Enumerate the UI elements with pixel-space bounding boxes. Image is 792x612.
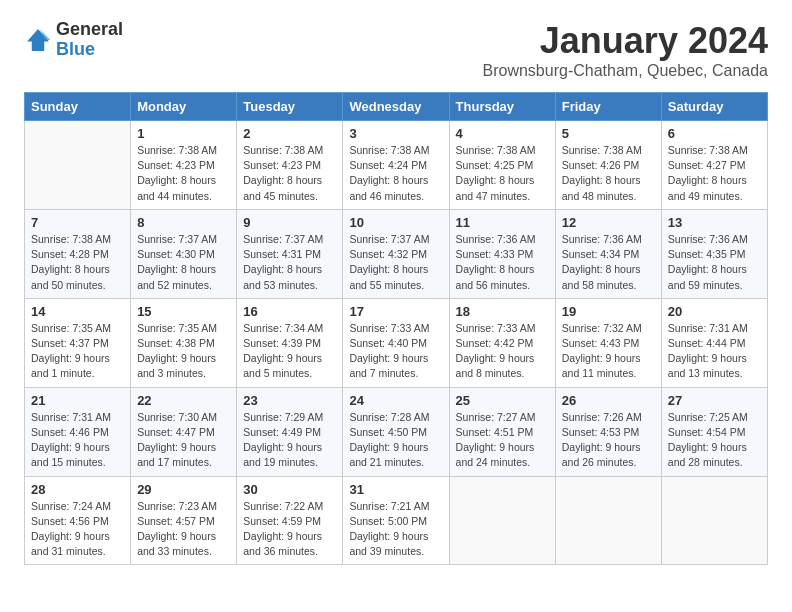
day-info: Sunrise: 7:32 AMSunset: 4:43 PMDaylight:… bbox=[562, 321, 655, 382]
location-title: Brownsburg-Chatham, Quebec, Canada bbox=[483, 62, 769, 80]
day-info: Sunrise: 7:37 AMSunset: 4:30 PMDaylight:… bbox=[137, 232, 230, 293]
calendar-cell: 1Sunrise: 7:38 AMSunset: 4:23 PMDaylight… bbox=[131, 121, 237, 210]
day-number: 12 bbox=[562, 215, 655, 230]
calendar-cell: 2Sunrise: 7:38 AMSunset: 4:23 PMDaylight… bbox=[237, 121, 343, 210]
day-number: 1 bbox=[137, 126, 230, 141]
day-number: 6 bbox=[668, 126, 761, 141]
day-number: 20 bbox=[668, 304, 761, 319]
day-info: Sunrise: 7:38 AMSunset: 4:26 PMDaylight:… bbox=[562, 143, 655, 204]
day-number: 7 bbox=[31, 215, 124, 230]
day-info: Sunrise: 7:34 AMSunset: 4:39 PMDaylight:… bbox=[243, 321, 336, 382]
day-number: 25 bbox=[456, 393, 549, 408]
weekday-header-sunday: Sunday bbox=[25, 93, 131, 121]
day-number: 23 bbox=[243, 393, 336, 408]
calendar-cell: 3Sunrise: 7:38 AMSunset: 4:24 PMDaylight… bbox=[343, 121, 449, 210]
day-info: Sunrise: 7:38 AMSunset: 4:27 PMDaylight:… bbox=[668, 143, 761, 204]
day-number: 19 bbox=[562, 304, 655, 319]
day-number: 31 bbox=[349, 482, 442, 497]
day-info: Sunrise: 7:35 AMSunset: 4:38 PMDaylight:… bbox=[137, 321, 230, 382]
day-info: Sunrise: 7:36 AMSunset: 4:33 PMDaylight:… bbox=[456, 232, 549, 293]
day-number: 3 bbox=[349, 126, 442, 141]
calendar-cell: 7Sunrise: 7:38 AMSunset: 4:28 PMDaylight… bbox=[25, 209, 131, 298]
day-info: Sunrise: 7:35 AMSunset: 4:37 PMDaylight:… bbox=[31, 321, 124, 382]
day-info: Sunrise: 7:31 AMSunset: 4:46 PMDaylight:… bbox=[31, 410, 124, 471]
day-number: 14 bbox=[31, 304, 124, 319]
calendar-cell: 26Sunrise: 7:26 AMSunset: 4:53 PMDayligh… bbox=[555, 387, 661, 476]
calendar-cell: 10Sunrise: 7:37 AMSunset: 4:32 PMDayligh… bbox=[343, 209, 449, 298]
calendar-cell: 20Sunrise: 7:31 AMSunset: 4:44 PMDayligh… bbox=[661, 298, 767, 387]
calendar-cell bbox=[449, 476, 555, 565]
weekday-header-tuesday: Tuesday bbox=[237, 93, 343, 121]
day-info: Sunrise: 7:36 AMSunset: 4:35 PMDaylight:… bbox=[668, 232, 761, 293]
calendar-cell: 24Sunrise: 7:28 AMSunset: 4:50 PMDayligh… bbox=[343, 387, 449, 476]
logo-icon bbox=[24, 26, 52, 54]
logo-text: General Blue bbox=[56, 20, 123, 60]
day-number: 26 bbox=[562, 393, 655, 408]
day-info: Sunrise: 7:24 AMSunset: 4:56 PMDaylight:… bbox=[31, 499, 124, 560]
calendar-cell: 28Sunrise: 7:24 AMSunset: 4:56 PMDayligh… bbox=[25, 476, 131, 565]
day-number: 24 bbox=[349, 393, 442, 408]
day-info: Sunrise: 7:26 AMSunset: 4:53 PMDaylight:… bbox=[562, 410, 655, 471]
weekday-header-row: SundayMondayTuesdayWednesdayThursdayFrid… bbox=[25, 93, 768, 121]
calendar-cell: 23Sunrise: 7:29 AMSunset: 4:49 PMDayligh… bbox=[237, 387, 343, 476]
day-number: 21 bbox=[31, 393, 124, 408]
calendar-cell: 14Sunrise: 7:35 AMSunset: 4:37 PMDayligh… bbox=[25, 298, 131, 387]
calendar-cell: 29Sunrise: 7:23 AMSunset: 4:57 PMDayligh… bbox=[131, 476, 237, 565]
title-area: January 2024 Brownsburg-Chatham, Quebec,… bbox=[483, 20, 769, 80]
day-number: 29 bbox=[137, 482, 230, 497]
calendar-body: 1Sunrise: 7:38 AMSunset: 4:23 PMDaylight… bbox=[25, 121, 768, 565]
day-info: Sunrise: 7:37 AMSunset: 4:31 PMDaylight:… bbox=[243, 232, 336, 293]
day-info: Sunrise: 7:23 AMSunset: 4:57 PMDaylight:… bbox=[137, 499, 230, 560]
calendar-week-row: 14Sunrise: 7:35 AMSunset: 4:37 PMDayligh… bbox=[25, 298, 768, 387]
calendar-cell: 5Sunrise: 7:38 AMSunset: 4:26 PMDaylight… bbox=[555, 121, 661, 210]
day-number: 2 bbox=[243, 126, 336, 141]
day-number: 9 bbox=[243, 215, 336, 230]
day-number: 4 bbox=[456, 126, 549, 141]
calendar-week-row: 28Sunrise: 7:24 AMSunset: 4:56 PMDayligh… bbox=[25, 476, 768, 565]
day-info: Sunrise: 7:33 AMSunset: 4:42 PMDaylight:… bbox=[456, 321, 549, 382]
day-number: 10 bbox=[349, 215, 442, 230]
day-number: 28 bbox=[31, 482, 124, 497]
calendar-week-row: 1Sunrise: 7:38 AMSunset: 4:23 PMDaylight… bbox=[25, 121, 768, 210]
calendar-table: SundayMondayTuesdayWednesdayThursdayFrid… bbox=[24, 92, 768, 565]
day-number: 13 bbox=[668, 215, 761, 230]
calendar-cell: 12Sunrise: 7:36 AMSunset: 4:34 PMDayligh… bbox=[555, 209, 661, 298]
day-info: Sunrise: 7:27 AMSunset: 4:51 PMDaylight:… bbox=[456, 410, 549, 471]
day-number: 11 bbox=[456, 215, 549, 230]
calendar-cell: 19Sunrise: 7:32 AMSunset: 4:43 PMDayligh… bbox=[555, 298, 661, 387]
calendar-cell: 6Sunrise: 7:38 AMSunset: 4:27 PMDaylight… bbox=[661, 121, 767, 210]
weekday-header-wednesday: Wednesday bbox=[343, 93, 449, 121]
day-info: Sunrise: 7:30 AMSunset: 4:47 PMDaylight:… bbox=[137, 410, 230, 471]
weekday-header-saturday: Saturday bbox=[661, 93, 767, 121]
calendar-cell bbox=[25, 121, 131, 210]
calendar-cell: 27Sunrise: 7:25 AMSunset: 4:54 PMDayligh… bbox=[661, 387, 767, 476]
calendar-cell: 30Sunrise: 7:22 AMSunset: 4:59 PMDayligh… bbox=[237, 476, 343, 565]
calendar-cell: 17Sunrise: 7:33 AMSunset: 4:40 PMDayligh… bbox=[343, 298, 449, 387]
day-number: 30 bbox=[243, 482, 336, 497]
calendar-cell: 9Sunrise: 7:37 AMSunset: 4:31 PMDaylight… bbox=[237, 209, 343, 298]
calendar-cell: 25Sunrise: 7:27 AMSunset: 4:51 PMDayligh… bbox=[449, 387, 555, 476]
day-number: 15 bbox=[137, 304, 230, 319]
logo-blue-text: Blue bbox=[56, 40, 123, 60]
day-info: Sunrise: 7:36 AMSunset: 4:34 PMDaylight:… bbox=[562, 232, 655, 293]
calendar-week-row: 21Sunrise: 7:31 AMSunset: 4:46 PMDayligh… bbox=[25, 387, 768, 476]
weekday-header-monday: Monday bbox=[131, 93, 237, 121]
day-info: Sunrise: 7:22 AMSunset: 4:59 PMDaylight:… bbox=[243, 499, 336, 560]
header: General Blue January 2024 Brownsburg-Cha… bbox=[24, 20, 768, 80]
calendar-cell: 4Sunrise: 7:38 AMSunset: 4:25 PMDaylight… bbox=[449, 121, 555, 210]
weekday-header-thursday: Thursday bbox=[449, 93, 555, 121]
day-info: Sunrise: 7:38 AMSunset: 4:23 PMDaylight:… bbox=[137, 143, 230, 204]
month-title: January 2024 bbox=[483, 20, 769, 62]
calendar-cell: 21Sunrise: 7:31 AMSunset: 4:46 PMDayligh… bbox=[25, 387, 131, 476]
day-number: 22 bbox=[137, 393, 230, 408]
day-info: Sunrise: 7:21 AMSunset: 5:00 PMDaylight:… bbox=[349, 499, 442, 560]
calendar-cell: 22Sunrise: 7:30 AMSunset: 4:47 PMDayligh… bbox=[131, 387, 237, 476]
calendar-cell bbox=[555, 476, 661, 565]
calendar-cell: 16Sunrise: 7:34 AMSunset: 4:39 PMDayligh… bbox=[237, 298, 343, 387]
day-info: Sunrise: 7:38 AMSunset: 4:28 PMDaylight:… bbox=[31, 232, 124, 293]
day-info: Sunrise: 7:29 AMSunset: 4:49 PMDaylight:… bbox=[243, 410, 336, 471]
day-info: Sunrise: 7:37 AMSunset: 4:32 PMDaylight:… bbox=[349, 232, 442, 293]
logo-general-text: General bbox=[56, 20, 123, 40]
calendar-cell: 13Sunrise: 7:36 AMSunset: 4:35 PMDayligh… bbox=[661, 209, 767, 298]
day-info: Sunrise: 7:25 AMSunset: 4:54 PMDaylight:… bbox=[668, 410, 761, 471]
